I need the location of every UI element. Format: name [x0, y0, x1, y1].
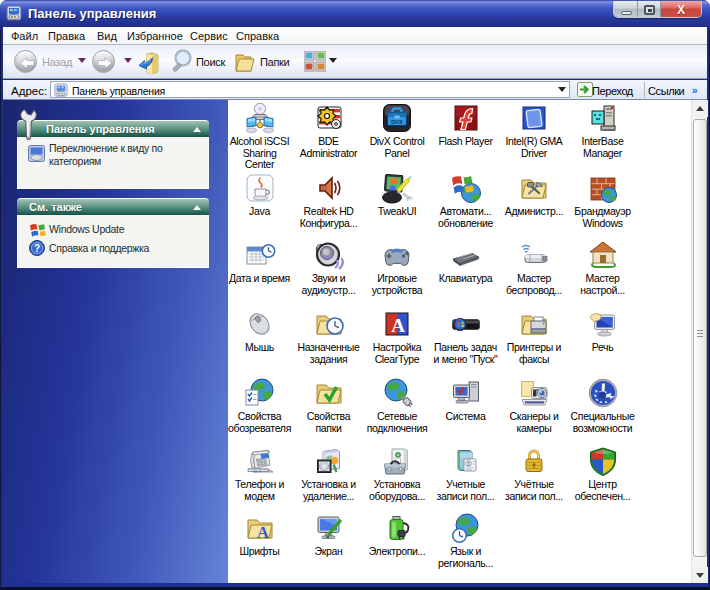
svg-text:A: A — [256, 523, 269, 542]
svg-text:A: A — [391, 315, 405, 336]
svg-text:DIVX: DIVX — [391, 119, 403, 125]
svg-text:?: ? — [34, 243, 40, 254]
